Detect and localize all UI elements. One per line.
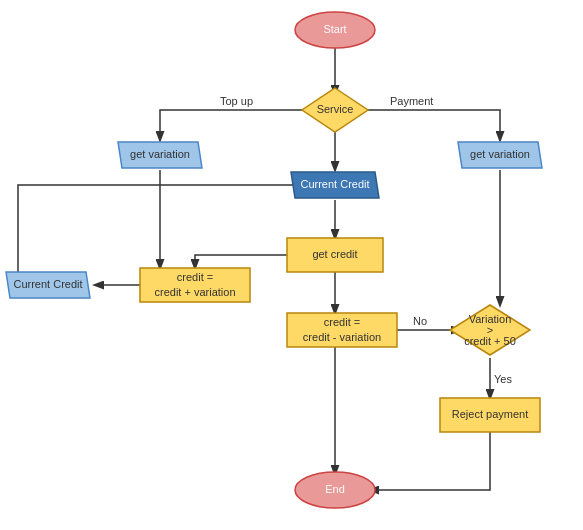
service-label: Service xyxy=(317,103,354,115)
start-label: Start xyxy=(323,23,346,35)
credit-plus-label: credit = xyxy=(177,271,213,283)
current-credit-mid-label: Current Credit xyxy=(300,178,369,190)
get-variation-right-label: get variation xyxy=(470,148,530,160)
no-label: No xyxy=(413,315,427,327)
reject-payment-label: Reject payment xyxy=(452,408,528,420)
yes-label: Yes xyxy=(494,373,512,385)
credit-plus-label2: credit + variation xyxy=(154,286,235,298)
current-credit-left-label: Current Credit xyxy=(13,278,82,290)
topup-label: Top up xyxy=(220,95,253,107)
payment-label: Payment xyxy=(390,95,433,107)
end-label: End xyxy=(325,483,345,495)
flowchart: Start Service Top up Payment get variati… xyxy=(0,0,583,530)
get-variation-left-label: get variation xyxy=(130,148,190,160)
credit-minus-label1: credit = xyxy=(324,316,360,328)
variation-check-label3: credit + 50 xyxy=(464,335,516,347)
get-credit-label: get credit xyxy=(312,248,357,260)
credit-minus-label2: credit - variation xyxy=(303,331,381,343)
